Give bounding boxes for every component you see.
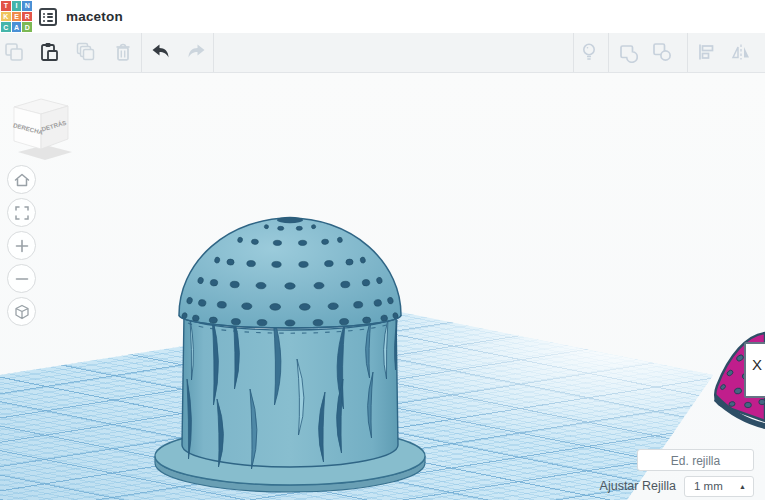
dome-hole	[296, 226, 302, 230]
tinkercad-app: { "app": { "title": "maceton" }, "logo":…	[0, 0, 765, 500]
perspective-cube-icon	[12, 302, 32, 322]
dome-hole	[231, 318, 240, 325]
view-nav-column	[7, 165, 37, 330]
delete-button[interactable]	[107, 36, 139, 68]
paste-button[interactable]	[33, 36, 65, 68]
dome-hole	[313, 319, 323, 325]
dome-hole	[247, 260, 256, 266]
dome-hole	[314, 282, 324, 289]
model-cylinder	[182, 315, 398, 469]
dome-hole	[299, 304, 310, 311]
dome-hole	[192, 315, 199, 322]
snap-grid-value: 1 mm	[694, 480, 723, 492]
undo-button[interactable]	[145, 36, 177, 68]
toolbar-separator	[141, 33, 142, 72]
group-icon	[616, 41, 638, 63]
dome-hole	[324, 260, 333, 266]
align-icon	[695, 41, 717, 63]
home-icon	[12, 170, 32, 190]
align-button[interactable]	[690, 36, 722, 68]
view-cube[interactable]: DERECHA DETRÁS	[6, 90, 82, 168]
viewport-canvas[interactable]: DERECHA DETRÁS	[0, 72, 765, 500]
dome-hole	[273, 240, 281, 245]
app-header: T I N K E R C A D maceton	[0, 0, 765, 34]
zoom-out-button[interactable]	[7, 264, 36, 293]
dome-hole	[264, 224, 269, 229]
dome-hole	[285, 283, 295, 289]
mirror-icon	[730, 41, 752, 63]
menu-row	[43, 20, 53, 22]
dome-hole	[374, 299, 382, 306]
logo-letter: R	[22, 12, 32, 22]
dome-hole	[346, 259, 354, 266]
tinkercad-logo[interactable]: T I N K E R C A D	[1, 1, 32, 32]
fit-view-icon	[12, 203, 32, 223]
logo-letter: C	[1, 22, 11, 32]
zoom-in-button[interactable]	[7, 231, 36, 260]
logo-letter: D	[22, 22, 32, 32]
design-title[interactable]: maceton	[66, 0, 123, 33]
toolbar-separator	[608, 33, 609, 72]
dome-hole	[230, 281, 239, 288]
edit-grid-button[interactable]: Ed. rejilla	[637, 449, 754, 471]
ungroup-button[interactable]	[646, 36, 678, 68]
logo-letter: K	[1, 12, 11, 22]
ungroup-icon	[651, 41, 673, 63]
snap-grid-dropdown[interactable]: 1 mm ▲	[684, 476, 754, 497]
redo-button[interactable]	[180, 36, 212, 68]
design-menu-icon[interactable]	[39, 8, 57, 26]
snap-grid-label: Ajustar Rejilla	[540, 479, 676, 493]
duplicate-button[interactable]	[70, 36, 102, 68]
show-all-button[interactable]	[573, 36, 605, 68]
redo-icon	[185, 41, 207, 63]
dome-hole	[210, 279, 218, 286]
dome-hole	[257, 319, 267, 325]
fit-view-button[interactable]	[7, 198, 36, 227]
dome-hole	[380, 315, 387, 322]
dome-hole	[341, 281, 350, 288]
dome-hole	[362, 279, 370, 286]
plus-icon	[12, 236, 32, 256]
dome-hole	[256, 282, 266, 289]
clipped-dialog-text: X	[752, 356, 762, 373]
duplicate-icon	[75, 41, 97, 63]
dome-hole	[311, 224, 316, 229]
menu-row	[43, 16, 53, 18]
logo-letter: E	[12, 12, 22, 22]
dome-hole	[209, 317, 218, 324]
dome-hole	[198, 299, 206, 306]
home-view-button[interactable]	[7, 165, 36, 194]
dome-hole	[339, 318, 348, 325]
dome-hole	[285, 320, 295, 326]
clipped-dialog-box[interactable]: X	[744, 342, 765, 398]
dome-hole	[242, 303, 252, 310]
logo-letter: I	[12, 1, 22, 11]
undo-icon	[150, 41, 172, 63]
logo-letter: N	[22, 1, 32, 11]
toolbar-separator	[213, 33, 214, 72]
perspective-toggle-button[interactable]	[7, 297, 36, 326]
dome-hole	[328, 303, 338, 310]
copy-button[interactable]	[0, 36, 30, 68]
model-maceton[interactable]	[140, 192, 450, 500]
trash-icon	[112, 41, 134, 63]
dome-hole	[227, 259, 235, 266]
dome-hole	[251, 239, 258, 245]
dome-hole	[321, 239, 328, 245]
toolbar-separator	[687, 33, 688, 72]
group-button[interactable]	[611, 36, 643, 68]
logo-letter: A	[12, 22, 22, 32]
model-dome	[179, 217, 401, 328]
dome-apex-hole	[277, 217, 303, 223]
main-toolbar	[0, 33, 765, 73]
lightbulb-icon	[578, 41, 600, 63]
menu-row	[43, 13, 53, 15]
dome-hole	[270, 304, 281, 311]
caret-up-icon: ▲	[739, 477, 746, 496]
copy-icon	[3, 41, 25, 63]
dome-hole	[272, 261, 281, 267]
dome-hole	[299, 261, 308, 267]
paste-icon	[38, 41, 60, 63]
dome-hole	[298, 240, 306, 245]
mirror-button[interactable]	[725, 36, 757, 68]
